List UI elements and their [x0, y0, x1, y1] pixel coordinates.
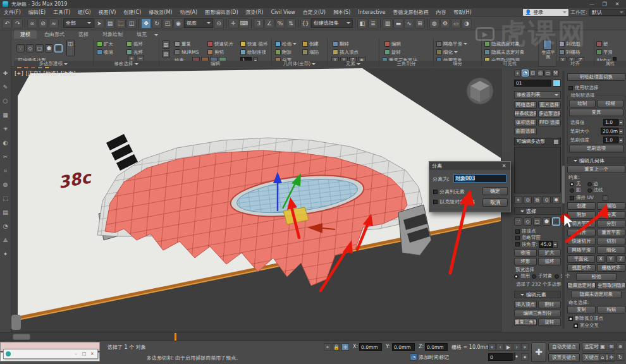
ribbon-tab-modeling[interactable]: 建模 [14, 30, 37, 39]
selection-lock-icon[interactable]: 🔒 [333, 343, 340, 351]
element-mode-icon[interactable]: ⬛ [54, 44, 63, 52]
fov-icon[interactable]: ⌂ [599, 353, 606, 361]
tool-icon-5[interactable]: ☀ [1, 125, 9, 133]
x-coordinate-field[interactable]: 0.0mm [359, 343, 382, 351]
attach-button[interactable]: 附加 [567, 211, 596, 219]
quick-loop-button[interactable]: 快速 循环 [240, 40, 267, 47]
cut-button[interactable]: 剪切 [207, 49, 224, 56]
go-to-end-icon[interactable]: » [521, 343, 529, 351]
viewcube[interactable] [467, 78, 493, 104]
dialog-title-bar[interactable]: 分离 ✕ [429, 162, 510, 170]
menu-interactive[interactable]: Interactive [354, 9, 389, 15]
object-name-field[interactable]: 01 [514, 80, 551, 87]
border-mode-icon[interactable]: ▢ [35, 44, 44, 52]
use-pivot-center-icon[interactable]: ⊙ [214, 18, 224, 28]
y-coordinate-field[interactable]: 0.0mm [392, 343, 415, 351]
mini-minimize-icon[interactable]: – [73, 351, 79, 356]
undo-icon[interactable]: ↶ [2, 18, 12, 28]
select-by-name-icon[interactable]: ▤ [105, 18, 115, 28]
remove-modifier-icon[interactable]: ⊖ [543, 196, 551, 204]
cut-button[interactable]: 切割 [597, 238, 625, 245]
coordinate-display-icon[interactable]: ✛ [341, 343, 349, 351]
group-label[interactable]: 元素 [328, 61, 379, 67]
copy-button[interactable]: 复制 [567, 306, 596, 313]
hide-unselected-button[interactable]: 隐藏未选定对象 [571, 291, 622, 298]
group-label[interactable]: 对齐 [556, 61, 594, 67]
group-label[interactable]: 细分 [434, 61, 481, 67]
tessellate-button[interactable]: 细化 [436, 49, 458, 56]
reset-plane-button[interactable]: 重置平面 [597, 229, 625, 236]
detach-as-clone-checkbox[interactable]: 以克隆对象分离 [433, 198, 475, 205]
tool-icon-12[interactable]: ◔ [1, 222, 9, 231]
smoothing-smooth-button[interactable]: 平滑 [596, 49, 613, 56]
paste-button[interactable]: 粘贴 [597, 306, 625, 313]
constraint-none-radio[interactable]: 无 [570, 181, 581, 187]
vol-select-button[interactable]: 体积选择 [514, 119, 537, 126]
viewport-canvas[interactable]: 38c [11, 68, 501, 332]
vertex-subobject-icon[interactable]: ∵ [514, 217, 522, 226]
edge-subobject-icon[interactable]: ◇ [524, 217, 532, 226]
modifier-stack-box[interactable] [514, 147, 561, 193]
collapse-button[interactable]: 塌陷 [302, 49, 319, 56]
configure-sets-icon[interactable]: ✱ [552, 196, 560, 204]
set-key-button[interactable]: 设置关键点 [548, 353, 580, 362]
layer-manager-icon[interactable]: ▥ [383, 18, 393, 28]
render-icon[interactable]: ◑ [462, 18, 472, 28]
spinner-snap-icon[interactable]: ⇅ [286, 18, 296, 28]
insert-vertex-button[interactable]: 插入顶点 [333, 49, 359, 56]
repeat-button[interactable]: 重复 [175, 40, 191, 47]
utilities-tab-icon[interactable]: ⚒ [552, 70, 559, 76]
turn-button[interactable]: 旋转 [538, 318, 561, 326]
insert-vertex-button[interactable]: 插入顶点 [514, 301, 537, 308]
edit-tri-button[interactable]: 编辑 [384, 40, 401, 47]
pin-stack-icon[interactable]: ◫ [66, 40, 75, 56]
rendered-frame-icon[interactable]: ▭ [451, 18, 461, 28]
tool-icon-4[interactable]: ▦ [1, 111, 9, 119]
flip-button[interactable]: 翻转 [538, 301, 561, 308]
vertex-mode-icon[interactable]: ∵ [16, 44, 25, 52]
unlink-selection-icon[interactable]: ⊘ [38, 18, 48, 28]
repeat-last-button[interactable]: 重复上一个 [567, 166, 625, 173]
z-coordinate-field[interactable]: 0.0mm [425, 343, 448, 351]
menu-create[interactable]: 创建(C) [120, 9, 145, 16]
show-end-result-icon[interactable]: ⊙ [524, 196, 532, 204]
menu-tutorials[interactable]: 善德龙原创教程 [389, 9, 432, 16]
selection-region-icon[interactable]: ⬚ [116, 18, 126, 28]
redo-icon[interactable]: ↷ [13, 18, 23, 28]
ribbon-config-icon[interactable] [154, 34, 158, 38]
scrollbar-thumb[interactable] [562, 166, 565, 203]
nurms-button[interactable]: NURMS [175, 49, 199, 56]
brush-strength-row[interactable]: 笔刷强度1.0 [570, 136, 623, 143]
mini-maximize-icon[interactable]: □ [81, 351, 87, 356]
percent-snap-icon[interactable]: % [275, 18, 285, 28]
menu-content[interactable]: 内容 [432, 9, 450, 16]
zoom-all-icon[interactable]: ⊞ [608, 343, 615, 350]
group-label[interactable]: 编辑 [159, 61, 271, 67]
spline-select-button[interactable]: 样条线选择 [514, 110, 537, 118]
align-to-grid-button[interactable]: 到栅格 [559, 49, 580, 56]
shaded-face-toggle-button[interactable]: 明暗处理面切换 [567, 73, 625, 81]
pin-stack-icon[interactable]: ⌖ [514, 196, 522, 204]
loop-button[interactable]: 循环 [126, 40, 143, 47]
hide-unselected-button[interactable]: 隐藏未选定对象 [484, 49, 525, 56]
reference-coordinate-dropdown[interactable]: 视图 [184, 18, 213, 28]
tool-icon-14[interactable]: ✦ [1, 250, 9, 258]
relax-button[interactable]: 松弛 [275, 40, 297, 47]
grow-button[interactable]: 扩大 [538, 249, 561, 257]
grid-align-button[interactable]: 栅格对齐 [597, 264, 625, 272]
keyboard-override-icon[interactable]: ⌨ [239, 18, 249, 28]
delete-isolated-checkbox[interactable]: 删除孤立顶点 [568, 315, 603, 322]
minimize-button[interactable]: — [586, 1, 598, 7]
relax-button[interactable]: 松弛 [576, 273, 617, 281]
flip-button[interactable]: 翻转 [333, 40, 349, 47]
maximize-button[interactable]: ❐ [598, 1, 611, 7]
hide-selected-button[interactable]: 隐藏选定对象 [484, 40, 520, 47]
create-tab-icon[interactable]: ＋ [514, 70, 521, 76]
quick-slice-button[interactable]: 快速切片 [207, 40, 233, 47]
select-and-scale-icon[interactable]: ◰ [163, 18, 173, 28]
auto-key-button[interactable]: 自动关键点 [548, 343, 580, 351]
split-button[interactable]: 分割 [597, 220, 625, 228]
selection-value-row[interactable]: 选择值1.0 [570, 119, 623, 126]
tessellate-button[interactable]: 细化 [597, 246, 625, 254]
generate-plane-button[interactable]: 生成平面 [541, 51, 556, 59]
